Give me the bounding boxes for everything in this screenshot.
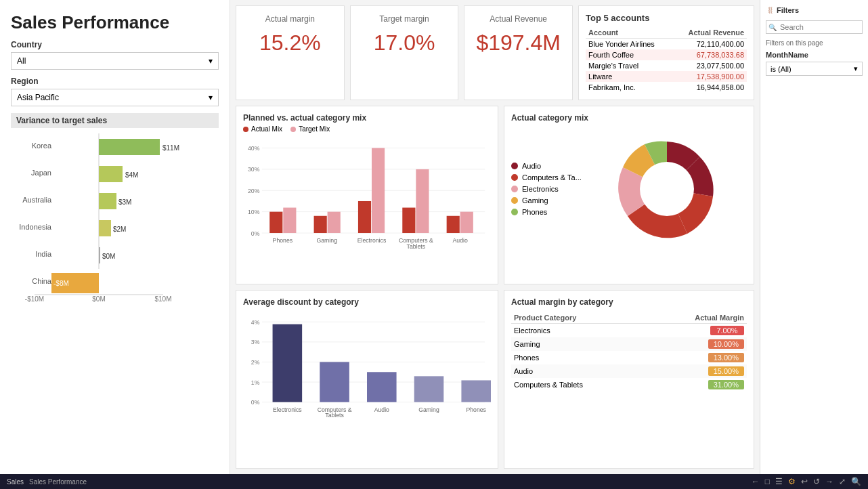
nav-link-icon[interactable]: ↩: [801, 477, 808, 486]
nav-back-icon[interactable]: ←: [752, 477, 760, 486]
svg-rect-40: [416, 169, 429, 233]
month-filter-dropdown[interactable]: is (All) ▾: [766, 62, 863, 76]
svg-text:0%: 0%: [251, 230, 260, 237]
table-row: Electronics 7.00%: [511, 324, 747, 338]
table-row: Fabrikam, Inc. 16,944,858.00: [586, 82, 747, 93]
svg-text:40%: 40%: [248, 145, 260, 152]
variance-title: Variance to target sales: [11, 113, 219, 128]
svg-text:Indonesia: Indonesia: [19, 223, 52, 231]
avg-discount-chart: 4% 3% 2% 1% 0%: [243, 310, 491, 428]
svg-rect-36: [328, 212, 341, 233]
kpi-target-margin: Target margin 17.0%: [350, 5, 459, 100]
svg-rect-2: [99, 139, 160, 155]
svg-text:Electronics: Electronics: [273, 406, 302, 413]
nav-page-icon[interactable]: □: [765, 477, 770, 486]
svg-rect-37: [358, 201, 371, 233]
cat-legend-phones: Phones: [511, 208, 592, 216]
svg-text:10%: 10%: [248, 209, 260, 215]
nav-menu-icon[interactable]: ☰: [775, 477, 783, 486]
actual-margin-title: Actual margin by category: [511, 297, 747, 307]
svg-rect-42: [460, 212, 473, 233]
nav-expand-icon[interactable]: ⤢: [839, 477, 846, 486]
cat-legend-electronics: Electronics: [511, 185, 592, 193]
variance-section: Variance to target sales Korea $11M Japa…: [11, 113, 219, 291]
svg-text:Australia: Australia: [22, 196, 52, 204]
svg-text:Audio: Audio: [374, 406, 389, 413]
kpi-actual-revenue: Actual Revenue $197.4M: [464, 5, 573, 100]
donut-chart: [599, 128, 735, 250]
region-label: Region: [11, 77, 219, 86]
region-select[interactable]: Asia Pacific ▾: [11, 89, 219, 106]
nav-search-icon[interactable]: 🔍: [851, 477, 861, 486]
svg-text:Electronics: Electronics: [357, 237, 387, 244]
legend-target-mix: Target Mix: [290, 125, 330, 133]
table-row: Margie's Travel 23,077,500.00: [586, 60, 747, 71]
svg-text:Gaming: Gaming: [317, 237, 338, 244]
taskbar-app-label: Sales: [7, 478, 24, 486]
svg-text:2%: 2%: [251, 359, 260, 366]
svg-text:4%: 4%: [251, 319, 260, 326]
taskbar: Sales Sales Performance ← □ ☰ ⚙ ↩ ↺ → ⤢ …: [0, 474, 868, 489]
svg-text:1%: 1%: [251, 379, 260, 386]
planned-vs-actual-title: Planned vs. actual category mix: [243, 113, 491, 123]
svg-text:Phones: Phones: [273, 237, 293, 244]
svg-text:0%: 0%: [251, 399, 260, 406]
planned-vs-actual-card: Planned vs. actual category mix Actual M…: [236, 106, 498, 284]
planned-vs-actual-chart: 40% 30% 20% 10% 0%: [243, 135, 491, 257]
svg-text:$0M: $0M: [92, 295, 105, 303]
region-chevron-icon: ▾: [209, 93, 213, 102]
svg-text:Audio: Audio: [453, 237, 468, 244]
cat-legend-gaming: Gaming: [511, 196, 592, 205]
svg-rect-34: [283, 208, 296, 233]
table-row: Blue Yonder Airlines 72,110,400.00: [586, 39, 747, 50]
svg-text:$11M: $11M: [162, 144, 179, 152]
legend-actual-mix: Actual Mix: [243, 125, 282, 133]
svg-text:$10M: $10M: [154, 295, 171, 303]
nav-bookmark-icon[interactable]: ⚙: [788, 477, 796, 486]
svg-text:China: China: [32, 277, 52, 285]
avg-discount-title: Average discount by category: [243, 297, 491, 307]
svg-text:Gaming: Gaming: [418, 406, 439, 413]
filter-search-input[interactable]: [766, 20, 863, 34]
nav-refresh-icon[interactable]: ↺: [813, 477, 820, 486]
nav-forward-icon[interactable]: →: [825, 477, 833, 486]
margin-table: Product Category Actual Margin Electroni…: [511, 312, 747, 391]
svg-text:$2M: $2M: [113, 226, 126, 233]
top5-accounts-card: Top 5 accounts Account Actual Revenue Bl…: [578, 5, 754, 100]
svg-text:Phones: Phones: [466, 406, 486, 413]
cat-legend-audio: Audio: [511, 162, 592, 170]
svg-rect-61: [320, 362, 349, 402]
filters-title: Filters: [777, 6, 799, 14]
svg-text:30%: 30%: [248, 166, 260, 173]
country-label: Country: [11, 40, 219, 49]
top5-table: Account Actual Revenue Blue Yonder Airli…: [586, 27, 747, 93]
svg-rect-5: [99, 166, 123, 182]
svg-rect-63: [414, 376, 444, 402]
country-chevron-icon: ▾: [209, 56, 213, 66]
svg-text:20%: 20%: [248, 188, 260, 194]
table-row: Gaming 10.00%: [511, 337, 747, 351]
kpi-actual-margin: Actual margin 15.2%: [236, 5, 345, 100]
avg-discount-card: Average discount by category 4% 3% 2% 1%…: [236, 290, 498, 469]
svg-rect-60: [273, 324, 303, 402]
country-select[interactable]: All ▾: [11, 52, 219, 70]
filters-panel: ⧛ Filters 🔍 Filters on this page MonthNa…: [760, 0, 868, 474]
svg-text:Tablets: Tablets: [407, 243, 426, 250]
filters-on-page-label: Filters on this page: [766, 39, 863, 47]
table-row: Audio 15.00%: [511, 364, 747, 378]
svg-rect-38: [372, 148, 385, 233]
svg-rect-8: [99, 193, 116, 209]
actual-category-mix-card: Actual category mix Audio Computers & Ta…: [504, 106, 754, 284]
svg-text:India: India: [35, 250, 52, 258]
svg-point-49: [640, 162, 694, 216]
page-title: Sales Performance: [11, 12, 219, 33]
svg-text:-$8M: -$8M: [53, 280, 69, 287]
svg-text:Korea: Korea: [32, 142, 52, 150]
month-name-label: MonthName: [766, 51, 863, 59]
actual-margin-category-card: Actual margin by category Product Catego…: [504, 290, 754, 469]
svg-text:Tablets: Tablets: [325, 412, 344, 419]
top5-title: Top 5 accounts: [586, 13, 747, 23]
svg-rect-41: [447, 216, 460, 233]
svg-rect-11: [99, 220, 111, 236]
svg-rect-33: [269, 212, 282, 233]
